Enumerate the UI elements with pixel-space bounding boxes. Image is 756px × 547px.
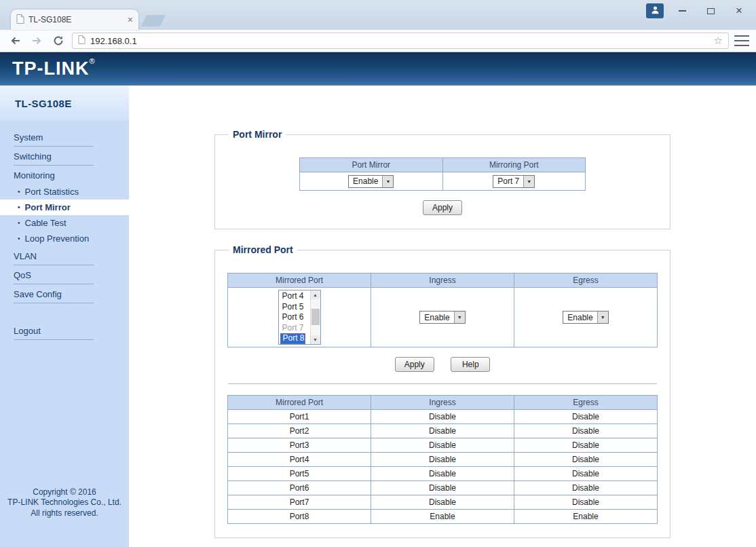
chevron-down-icon: ▼ (597, 312, 608, 323)
table-row: Port5 Disable Disable (228, 467, 658, 481)
minimize-button[interactable] (672, 3, 692, 18)
mirrored-port-panel: Mirrored Port Mirrored Port Ingress Egre… (214, 244, 670, 538)
column-header: Mirroring Port (442, 158, 585, 172)
listbox-option-selected[interactable]: Port 8 (280, 333, 305, 344)
sidebar-nav: System Switching Monitoring •Port Statis… (0, 121, 129, 340)
table-row: Port2 Disable Disable (228, 424, 658, 438)
sidebar-item-system[interactable]: System (14, 128, 94, 147)
table-row: Port6 Disable Disable (228, 481, 658, 495)
sidebar-item-loop-prevention[interactable]: •Loop Prevention (0, 231, 129, 246)
mirroring-port-select[interactable]: Port 7 ▼ (493, 175, 535, 188)
scroll-up-icon[interactable]: ▲ (311, 290, 320, 299)
column-header: Egress (514, 274, 658, 288)
forward-button[interactable] (29, 33, 45, 49)
back-button[interactable] (7, 33, 23, 49)
sidebar-item-monitoring[interactable]: Monitoring (14, 166, 94, 184)
profile-button[interactable] (646, 3, 664, 18)
ingress-select[interactable]: Enable ▼ (419, 311, 465, 324)
device-model-title: TL-SG108E (0, 86, 129, 121)
table-row: Port1 Disable Disable (228, 410, 658, 424)
sidebar: TL-SG108E System Switching Monitoring •P… (0, 86, 129, 547)
listbox-option-disabled: Port 7 (280, 323, 304, 333)
sidebar-item-logout[interactable]: Logout (14, 321, 94, 340)
listbox-option[interactable]: Port 4 (280, 291, 304, 301)
person-icon (650, 5, 660, 18)
bullet-icon: • (18, 189, 20, 195)
listbox-scrollbar[interactable]: ▲ ▼ (310, 290, 320, 344)
browser-window: TL-SG108E × × 19 (0, 0, 756, 547)
bullet-icon: • (18, 220, 20, 227)
close-icon: × (736, 4, 742, 18)
port-mirror-panel: Port Mirror Port Mirror Mirroring Port E… (214, 129, 670, 229)
column-header: Ingress (371, 396, 514, 410)
egress-select[interactable]: Enable ▼ (563, 311, 608, 324)
chevron-down-icon: ▼ (523, 176, 534, 187)
column-header: Egress (514, 396, 658, 410)
minimize-icon (679, 10, 686, 12)
copyright-notice: Copyright © 2016 TP-LINK Technologies Co… (0, 487, 129, 518)
apply-button[interactable]: Apply (395, 357, 434, 372)
table-row: Port7 Disable Disable (228, 495, 658, 510)
main-content: Port Mirror Port Mirror Mirroring Port E… (129, 86, 756, 547)
sidebar-item-port-mirror[interactable]: •Port Mirror (0, 200, 129, 215)
sidebar-item-qos[interactable]: QoS (14, 265, 94, 284)
table-row: Port3 Disable Disable (228, 438, 658, 453)
column-header: Mirrored Port (228, 274, 371, 288)
bookmark-star-icon[interactable]: ☆ (714, 35, 723, 47)
tab-title: TL-SG108E (29, 15, 71, 24)
port-mirror-select[interactable]: Enable ▼ (348, 175, 394, 188)
browser-menu-button[interactable] (734, 35, 749, 46)
column-header: Port Mirror (300, 158, 443, 172)
browser-tab[interactable]: TL-SG108E × (11, 10, 138, 30)
listbox-option[interactable]: Port 6 (280, 312, 304, 322)
sidebar-item-switching[interactable]: Switching (14, 147, 94, 166)
chevron-down-icon: ▼ (382, 176, 393, 187)
table-row: Port8 Enable Enable (228, 510, 658, 524)
sidebar-item-vlan[interactable]: VLAN (14, 246, 94, 265)
apply-button[interactable]: Apply (423, 200, 462, 215)
table-row: Port4 Disable Disable (228, 453, 658, 467)
reload-button[interactable] (50, 33, 67, 49)
close-button[interactable]: × (729, 3, 749, 18)
maximize-button[interactable] (700, 3, 721, 18)
help-button[interactable]: Help (451, 357, 490, 372)
address-bar[interactable]: 192.168.0.1 ☆ (72, 33, 729, 49)
page-favicon-icon (16, 14, 24, 26)
page-icon (78, 35, 86, 46)
sidebar-item-port-statistics[interactable]: •Port Statistics (0, 184, 129, 200)
sidebar-item-save-config[interactable]: Save Config (14, 284, 94, 303)
column-header: Ingress (371, 274, 514, 288)
browser-navbar: 192.168.0.1 ☆ (0, 30, 756, 52)
mirrored-port-legend: Mirrored Port (229, 244, 297, 255)
port-mirror-table: Port Mirror Mirroring Port Enable ▼ (299, 157, 586, 191)
browser-titlebar: TL-SG108E × × (0, 0, 756, 30)
tp-link-logo: TP-LINK® (12, 58, 96, 79)
sidebar-item-cable-test[interactable]: •Cable Test (0, 215, 129, 231)
brand-banner: TP-LINK® (0, 52, 756, 86)
scroll-down-icon[interactable]: ▼ (311, 335, 320, 344)
scrollbar-thumb[interactable] (311, 309, 320, 325)
tab-close-icon[interactable]: × (128, 15, 133, 24)
maximize-icon (707, 8, 715, 14)
new-tab-button[interactable] (141, 15, 166, 26)
column-header: Mirrored Port (228, 396, 371, 410)
bullet-icon: • (18, 235, 20, 242)
bullet-icon: • (18, 204, 20, 211)
mirrored-port-listbox[interactable]: Port 4 Port 5 Port 6 Port 7 Port 8 ▲ ▼ (278, 290, 321, 345)
mirrored-port-status-table: Mirrored Port Ingress Egress Port1 Disab… (227, 395, 658, 524)
mirrored-port-config-table: Mirrored Port Ingress Egress Port 4 Port… (227, 273, 658, 347)
port-mirror-legend: Port Mirror (229, 129, 286, 140)
chevron-down-icon: ▼ (454, 312, 465, 323)
url-text: 192.168.0.1 (90, 36, 137, 46)
listbox-option[interactable]: Port 5 (280, 302, 304, 312)
section-divider (228, 383, 657, 384)
